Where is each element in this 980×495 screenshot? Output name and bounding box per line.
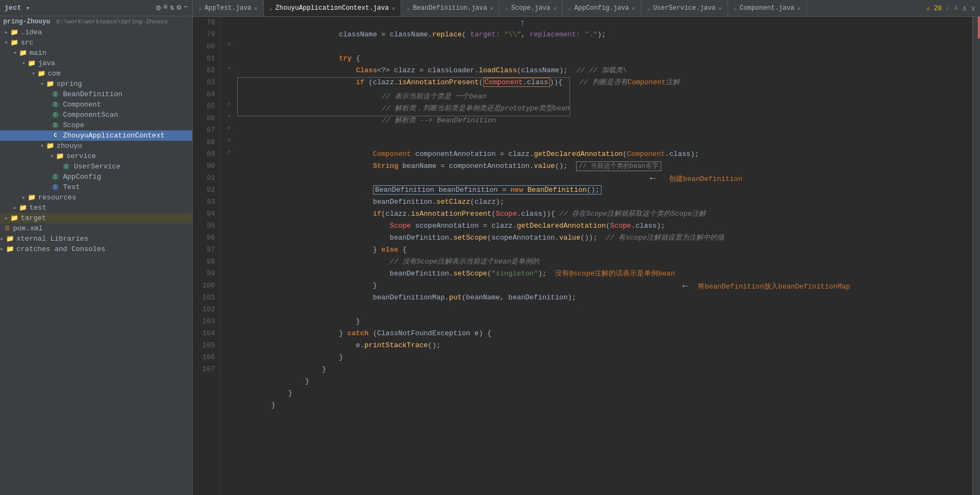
tab-close-zhouyu[interactable]: ✕ <box>391 5 395 12</box>
sidebar-item-java[interactable]: ▾ 📁 java <box>0 58 192 68</box>
line-num-101: 101 <box>193 292 215 304</box>
java-icon-scope: ☕ <box>505 5 509 12</box>
check-badge: ✓ 4 <box>946 4 958 12</box>
line-num-85: 85 <box>193 101 215 112</box>
tree-label-test: Test <box>63 183 80 191</box>
line-num-100: 100 <box>193 280 215 292</box>
line-num-103: 103 <box>193 316 215 328</box>
code-line-94: } else { <box>237 232 967 244</box>
sidebar-item-component[interactable]: C Component <box>0 99 192 110</box>
tab-component[interactable]: ☕ Component.java ✕ <box>728 0 807 16</box>
tab-userservice[interactable]: ☕ UserService.java ✕ <box>641 0 728 16</box>
code-line-98: beanDefinitionMap.put(beanName, beanDefi… <box>237 280 967 292</box>
tab-beandefinition[interactable]: ☕ BeanDefinition.java ✕ <box>401 0 500 16</box>
sidebar-item-zhouyu[interactable]: ▾ 📁 zhouyu <box>0 141 192 151</box>
line-num-88: 88 <box>193 136 215 148</box>
callout-beandefinition: 创建beanDefinition <box>669 173 742 185</box>
sidebar-item-main[interactable]: ▾ 📁 main <box>0 48 192 58</box>
gutter-marker-89: ◇ <box>227 124 231 131</box>
folder-icon: 📁 <box>46 80 54 88</box>
code-line-78: className = className.replace( target: "… <box>237 17 967 29</box>
chevron-down-icon: ▾ <box>50 152 54 160</box>
sidebar-item-target[interactable]: ▸ 📁 target <box>0 213 192 223</box>
callout-putmap: 将beanDefinition放入beanDefinitionMap <box>698 281 850 293</box>
tree-label-component: Component <box>63 101 101 109</box>
java-c-icon-selected: C <box>52 133 59 139</box>
folder-icon: 📁 <box>28 193 36 202</box>
dropdown-icon[interactable]: ▾ <box>26 4 30 12</box>
code-line-99 <box>237 292 967 304</box>
sidebar-item-external-libs[interactable]: ▸ 📁 xternal Libraries <box>0 234 192 244</box>
tab-close-us[interactable]: ✕ <box>718 5 722 12</box>
sidebar-item-idea[interactable]: ▸ 📁 .idea <box>0 27 192 37</box>
tab-label-appconfig: AppConfig.java <box>574 4 629 12</box>
sidebar-item-componentscan[interactable]: C ComponentScan <box>0 110 192 120</box>
sidebar-item-pomxml[interactable]: 🗎 pom.xml <box>0 223 192 234</box>
tree-label-external-libs: xternal Libraries <box>16 235 88 243</box>
folder-icon: 📁 <box>10 28 18 36</box>
code-line-107: } <box>237 387 967 399</box>
sidebar-item-spring[interactable]: ▾ 📁 spring <box>0 79 192 89</box>
sidebar-item-scratches[interactable]: ▸ 📁 cratches and Consoles <box>0 244 192 254</box>
xml-icon: 🗎 <box>4 224 11 233</box>
tab-close-scope[interactable]: ✕ <box>553 5 557 12</box>
tab-scope[interactable]: ☕ Scope.java ✕ <box>500 0 562 16</box>
sidebar-item-userservice[interactable]: C UserService <box>0 161 192 172</box>
chevron-down-icon: ▾ <box>40 142 44 150</box>
sidebar-item-test[interactable]: ▸ 📁 test <box>0 203 192 213</box>
project-name: pring-Zhouyu <box>3 18 50 26</box>
chevron-up-icon[interactable]: ∧ <box>962 4 966 13</box>
code-line-89: BeanDefinition beanDefinition = new Bean… <box>237 172 967 184</box>
chevron-right-icon: ▸ <box>0 235 4 243</box>
line-num-102: 102 <box>193 304 215 316</box>
tree-label-scope: Scope <box>63 121 84 129</box>
tab-zhouyuappcontext[interactable]: ☕ ZhouyuApplicationContext.java ✕ <box>264 0 401 16</box>
code-line-103: } <box>237 340 967 352</box>
tab-appconfig[interactable]: ☕ AppConfig.java ✕ <box>562 0 641 16</box>
chevron-down-icon: ▾ <box>13 49 17 57</box>
tree-label-beandefinition: BeanDefinition <box>63 90 122 98</box>
tab-apptest[interactable]: ☕ AppTest.java ✕ <box>193 0 264 16</box>
line-num-107: 107 <box>193 364 215 375</box>
sidebar-item-appconfig[interactable]: C AppConfig <box>0 172 192 182</box>
folder-icon: 📁 <box>6 245 14 253</box>
sidebar-item-zhouyuappcontext[interactable]: C ZhouyuApplicationContext <box>0 130 192 141</box>
sidebar-item-src[interactable]: ▾ 📁 src <box>0 37 192 48</box>
sidebar: ject ▾ ⚙ ≡ ⇅ ⚙ − pring-Zhouyu D:\work\wo… <box>0 0 193 495</box>
gutter-marker-87: ◇ <box>227 112 231 119</box>
line-num-91: 91 <box>193 172 215 184</box>
code-line-85: // 解析类 --> BeanDefinition <box>238 103 570 115</box>
minus-icon[interactable]: − <box>184 3 188 13</box>
sidebar-item-beandefinition[interactable]: C BeanDefinition <box>0 89 192 99</box>
arrow-putmap: ← <box>682 280 688 292</box>
sidebar-header: ject ▾ ⚙ ≡ ⇅ ⚙ − <box>0 0 192 16</box>
tab-label-scope: Scope.java <box>511 4 550 12</box>
line-num-84: 84 <box>193 89 215 101</box>
code-area[interactable]: className = className.replace( target: "… <box>232 17 972 495</box>
settings-icon[interactable]: ⚙ <box>156 3 161 13</box>
folder-icon: 📁 <box>46 142 54 150</box>
code-line-84: // 解析类，判断当前类是单例类还是prototype类型bean <box>238 91 570 103</box>
gutter-marker-93: ◇ <box>227 148 231 155</box>
folder-icon: 📁 <box>10 39 18 47</box>
project-path: D:\work\workspace\Spring-Zhouyu <box>56 18 168 25</box>
gear2-icon[interactable]: ⚙ <box>176 3 181 13</box>
editor-area: ☕ AppTest.java ✕ ☕ ZhouyuApplicationCont… <box>193 0 980 495</box>
sidebar-item-resources[interactable]: ▸ 📁 resources <box>0 192 192 203</box>
sort-icon[interactable]: ⇅ <box>170 3 174 13</box>
sidebar-item-test-class[interactable]: C Test <box>0 182 192 192</box>
sidebar-item-scope[interactable]: C Scope <box>0 120 192 130</box>
tab-close-apptest[interactable]: ✕ <box>254 5 258 12</box>
sidebar-item-com[interactable]: ▾ 📁 com <box>0 68 192 79</box>
chevron-right-icon: ▸ <box>4 214 8 222</box>
code-line-90: beanDefinition.setClazz(clazz); <box>237 184 967 196</box>
line-num-86: 86 <box>193 112 215 124</box>
scrollbar-gutter[interactable] <box>972 17 980 495</box>
tab-close-appconfig[interactable]: ✕ <box>632 5 636 12</box>
align-icon[interactable]: ≡ <box>163 3 167 13</box>
tab-close-bd[interactable]: ✕ <box>490 5 494 12</box>
tree-label-test-folder: test <box>29 204 46 212</box>
tab-close-comp[interactable]: ✕ <box>797 5 801 12</box>
sidebar-item-service[interactable]: ▾ 📁 service <box>0 151 192 161</box>
chevron-down-icon[interactable]: ∨ <box>971 4 976 13</box>
